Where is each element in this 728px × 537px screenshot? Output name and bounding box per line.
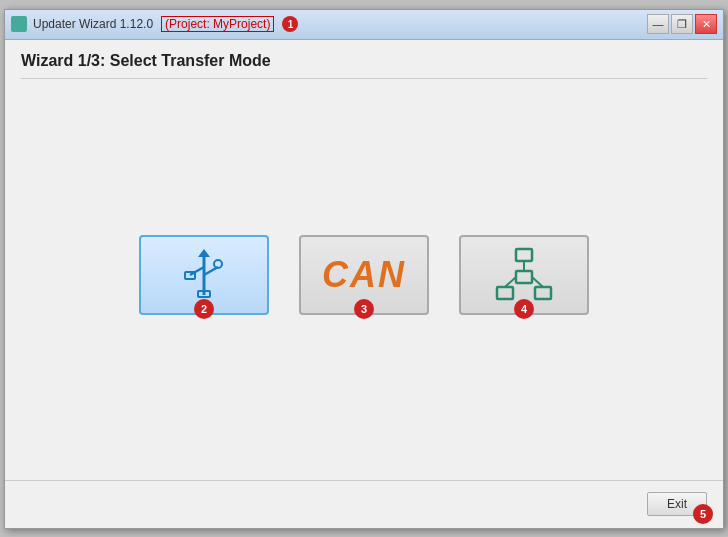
svg-marker-1	[198, 249, 210, 257]
can-mode-wrap: CAN 3	[299, 235, 429, 315]
title-badge: 1	[282, 16, 298, 32]
exit-badge: 5	[693, 504, 713, 524]
title-bar: Updater Wizard 1.12.0 (Project: MyProjec…	[5, 10, 723, 40]
svg-rect-8	[497, 287, 513, 299]
usb-badge: 2	[194, 299, 214, 319]
svg-rect-9	[535, 287, 551, 299]
minimize-button[interactable]: —	[647, 14, 669, 34]
close-button[interactable]: ✕	[695, 14, 717, 34]
main-window: Updater Wizard 1.12.0 (Project: MyProjec…	[4, 9, 724, 529]
svg-line-12	[505, 277, 516, 287]
wizard-title: Wizard 1/3: Select Transfer Mode	[21, 52, 707, 79]
network-mode-wrap: 4	[459, 235, 589, 315]
usb-mode-wrap: 2	[139, 235, 269, 315]
window-controls: — ❐ ✕	[647, 14, 717, 34]
app-title: Updater Wizard 1.12.0	[33, 17, 153, 31]
content-area: Wizard 1/3: Select Transfer Mode	[5, 40, 723, 480]
svg-line-13	[532, 277, 543, 287]
can-badge: 3	[354, 299, 374, 319]
usb-icon	[174, 245, 234, 305]
restore-button[interactable]: ❐	[671, 14, 693, 34]
project-label: (Project: MyProject)	[161, 16, 274, 32]
can-label: CAN	[322, 254, 406, 296]
svg-rect-7	[516, 249, 532, 261]
footer: Exit 5	[5, 480, 723, 528]
app-icon	[11, 16, 27, 32]
network-icon	[489, 245, 559, 305]
svg-point-5	[214, 260, 222, 268]
wizard-body: 2 CAN 3	[21, 83, 707, 468]
network-badge: 4	[514, 299, 534, 319]
svg-rect-10	[516, 271, 532, 283]
